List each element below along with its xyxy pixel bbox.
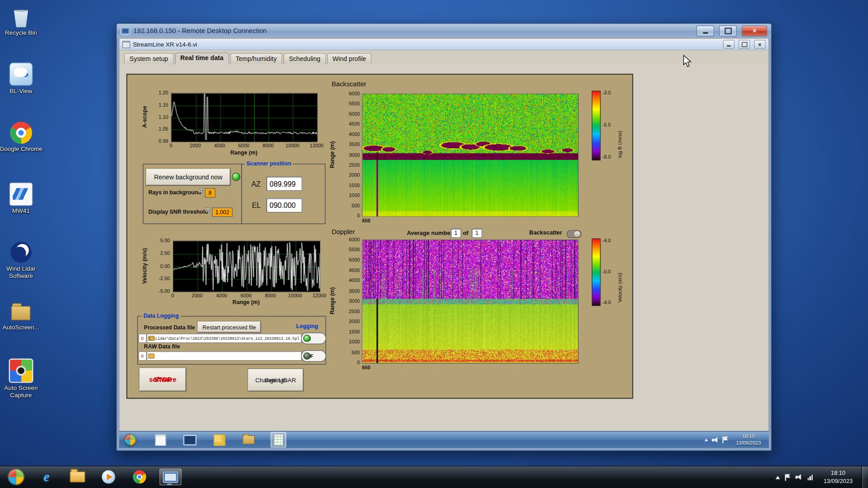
of-value[interactable]: 1 bbox=[472, 229, 482, 238]
taskbar-item-remote-desktop[interactable] bbox=[160, 469, 182, 485]
drive-letter-box[interactable]: C bbox=[138, 352, 146, 361]
browse-folder-icon[interactable] bbox=[148, 353, 154, 358]
desktop-icon-bl-view[interactable]: BL-View bbox=[0, 62, 44, 94]
snr-value[interactable]: 1.002 bbox=[212, 207, 232, 217]
logging-label: Logging bbox=[296, 323, 318, 329]
rays-value[interactable]: 8 bbox=[205, 188, 215, 197]
logging-on-toggle[interactable]: ON bbox=[301, 333, 326, 344]
rdp-titlebar[interactable]: 192.168.0.150 - Remote Desktop Connectio… bbox=[117, 24, 771, 38]
tick-label: 3000 bbox=[349, 298, 360, 304]
change-lidar-settings-button[interactable]: Change LiDARSettings bbox=[248, 369, 303, 391]
desktop-icon-label: MW41 bbox=[0, 207, 44, 215]
wind-lidar-icon bbox=[10, 241, 32, 263]
remote-taskbar-item-notes[interactable] bbox=[212, 433, 226, 447]
tick-label: 5500 bbox=[349, 101, 360, 106]
app-maximize-button[interactable] bbox=[738, 40, 750, 49]
tick-label: -8.0 bbox=[602, 155, 611, 160]
tick-label: 10000 bbox=[285, 143, 299, 148]
start-button[interactable] bbox=[8, 469, 24, 485]
average-number-value[interactable]: 1 bbox=[451, 229, 461, 238]
remote-taskbar-item-notepad[interactable] bbox=[153, 433, 168, 447]
minimize-button[interactable] bbox=[696, 25, 714, 36]
desktop-icon-google-chrome[interactable]: Google Chrome bbox=[0, 122, 44, 153]
remote-taskbar-item-monitor[interactable] bbox=[183, 433, 197, 447]
desktop-icon-mw41[interactable]: MW41 bbox=[0, 183, 44, 215]
snr-threshold-label: Display SNR threshold bbox=[148, 209, 208, 215]
action-center-icon[interactable] bbox=[722, 436, 728, 443]
processed-path-input[interactable]: C:\Lidar\Data\Proc\2023\202309\20230913\… bbox=[146, 333, 302, 343]
snr-spinner[interactable]: ▲▼ bbox=[206, 207, 211, 216]
scanner-position-group-label: Scanner position bbox=[245, 160, 293, 166]
maximize-button[interactable] bbox=[719, 25, 737, 36]
show-hidden-icons-icon[interactable] bbox=[705, 439, 708, 441]
app-titlebar[interactable]: StreamLine XR v14-6.vi × bbox=[119, 39, 768, 51]
volume-icon[interactable] bbox=[712, 437, 719, 443]
tab-wind-profile[interactable]: Wind profile bbox=[327, 53, 372, 64]
tick-label: 12000 bbox=[310, 143, 324, 148]
tick-label: 4500 bbox=[349, 267, 360, 273]
remote-taskbar-item-streamline[interactable] bbox=[271, 432, 286, 447]
taskbar-item-internet-explorer[interactable] bbox=[35, 469, 57, 485]
rays-spinner[interactable]: ▲▼ bbox=[199, 188, 204, 196]
chrome-icon bbox=[133, 470, 146, 483]
tab-scheduling[interactable]: Scheduling bbox=[283, 53, 326, 64]
tick-label: -5.5 bbox=[602, 122, 611, 128]
remote-desktop-icon bbox=[121, 27, 130, 35]
desktop: Recycle Bin BL-View Google Chrome MW41 W… bbox=[0, 0, 868, 488]
tab-real-time-data[interactable]: Real time data bbox=[175, 52, 229, 65]
raw-logging-off-toggle[interactable]: OFF bbox=[301, 350, 326, 362]
tick-label: 0 bbox=[357, 360, 360, 365]
desktop-icon-recycle-bin[interactable]: Recycle Bin bbox=[0, 5, 44, 37]
taskbar-item-explorer[interactable] bbox=[66, 469, 89, 485]
remote-clock[interactable]: 18:10 13/09/2023 bbox=[731, 433, 766, 447]
desktop-icon-wind-lidar[interactable]: Wind Lidar Software bbox=[0, 241, 44, 279]
scanner-position-group bbox=[241, 164, 326, 224]
network-icon[interactable] bbox=[807, 474, 813, 480]
tick-label: 10000 bbox=[288, 293, 302, 298]
desktop-icon-label: AutoScreen... bbox=[0, 324, 44, 331]
tab-temp-humidity[interactable]: Temp/humidity bbox=[230, 53, 282, 64]
velocity-plot bbox=[173, 241, 321, 292]
close-button[interactable]: × bbox=[742, 25, 767, 36]
tick-label: -3.0 bbox=[602, 90, 611, 96]
drive-letter-box[interactable]: C bbox=[138, 333, 146, 343]
tick-label: 0 bbox=[171, 293, 174, 298]
desktop-icon-label: Wind Lidar Software bbox=[0, 265, 44, 280]
volume-icon[interactable] bbox=[795, 474, 802, 480]
tick-label: 2500 bbox=[349, 162, 360, 168]
action-center-icon[interactable] bbox=[785, 474, 790, 481]
desktop-icon-label: BL-View bbox=[0, 87, 44, 94]
backscatter-y-axis: 6000550050004500400035003000250020001500… bbox=[338, 94, 361, 216]
backscatter-toggle-label: Backscatter bbox=[529, 229, 562, 236]
remote-start-button[interactable] bbox=[124, 434, 136, 446]
renew-background-button[interactable]: Renew background now bbox=[146, 169, 230, 185]
tick-label: 2000 bbox=[349, 319, 360, 324]
remote-taskbar-item-explorer[interactable] bbox=[241, 433, 256, 447]
az-value[interactable]: 089.999 bbox=[266, 177, 302, 191]
doppler-title: Doppler bbox=[331, 228, 354, 235]
taskbar-item-media-player[interactable] bbox=[98, 469, 120, 485]
desktop-icon-auto-screen-capture[interactable]: Auto Screen Capture bbox=[0, 358, 44, 399]
tab-system-setup[interactable]: System setup bbox=[124, 53, 174, 64]
a-scope-x-axis: 020004000600080001000012000 bbox=[171, 143, 316, 148]
el-label: EL bbox=[252, 202, 260, 210]
app-window-title: StreamLine XR v14-6.vi bbox=[133, 41, 719, 48]
raw-path-input[interactable] bbox=[146, 352, 302, 361]
taskbar-item-chrome[interactable] bbox=[128, 469, 151, 485]
tick-label: 6000 bbox=[349, 237, 360, 242]
processed-path-text: C:\Lidar\Data\Proc\2023\202309\20230913\… bbox=[148, 336, 299, 341]
app-minimize-button[interactable] bbox=[723, 40, 735, 49]
show-hidden-icons-icon[interactable] bbox=[775, 475, 780, 479]
clock[interactable]: 18:10 13/09/2023 bbox=[817, 469, 859, 485]
restart-processed-file-button[interactable]: Restart processed file bbox=[198, 321, 261, 332]
tick-label: 1.10 bbox=[159, 114, 168, 120]
el-value[interactable]: 090.000 bbox=[266, 198, 302, 212]
backscatter-toggle[interactable] bbox=[567, 230, 581, 238]
show-desktop-button[interactable] bbox=[861, 466, 868, 488]
media-player-icon bbox=[102, 470, 115, 483]
desktop-icon-autoscreen[interactable]: AutoScreen... bbox=[0, 300, 44, 331]
app-close-button[interactable]: × bbox=[754, 40, 766, 49]
stop-software-button[interactable]: STOPsoftware bbox=[140, 368, 186, 391]
raw-logging-off-led bbox=[303, 352, 311, 360]
tick-label: -5.00 bbox=[159, 288, 170, 294]
